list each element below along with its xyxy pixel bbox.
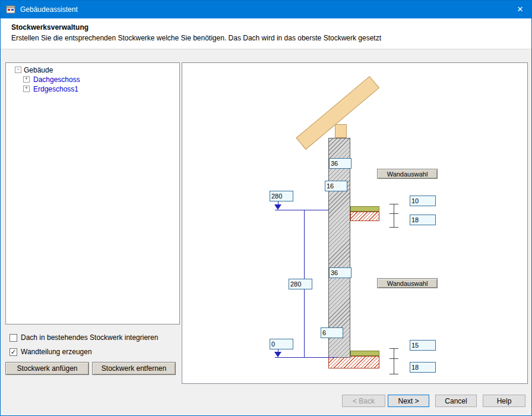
wizard-header: Stockwerksverwaltung Erstellen Sie die e… bbox=[1, 18, 531, 49]
wall-division-checkbox[interactable]: ✓ bbox=[10, 348, 17, 356]
remove-storey-button[interactable]: Stockwerk entfernen bbox=[92, 362, 176, 375]
upper-ceiling-layer1-input[interactable] bbox=[410, 196, 436, 206]
storey-tree-panel: Gebäude - Dachgeschoss + Erdgeschoss1 + bbox=[5, 62, 180, 324]
help-button[interactable]: Help bbox=[483, 395, 525, 407]
tree-collapse-icon[interactable]: - bbox=[15, 67, 21, 73]
lower-layer-tick bbox=[390, 348, 398, 349]
wall-division-label: Wandteilung erzeugen bbox=[21, 348, 92, 356]
tree-item-label: Erdgeschoss1 bbox=[33, 85, 78, 93]
app-icon bbox=[6, 5, 15, 14]
floor-slab-hatch bbox=[328, 356, 379, 368]
title-bar: Gebäudeassistent ✕ bbox=[1, 1, 531, 18]
integrate-roof-label: Dach in bestehendes Stockwerk integriere… bbox=[21, 333, 158, 342]
upper-slab-hatch bbox=[350, 212, 379, 221]
floor-layer2-input[interactable] bbox=[410, 362, 436, 373]
lower-dimension-line bbox=[275, 357, 337, 358]
tree-item-gebaeude[interactable]: Gebäude bbox=[24, 66, 53, 74]
mid-wall-thickness-input[interactable] bbox=[329, 267, 352, 278]
purlin-shape bbox=[335, 124, 347, 138]
tree-item-dachgeschoss[interactable]: Dachgeschoss bbox=[33, 75, 80, 84]
upper-ceiling-layer2-input[interactable] bbox=[410, 215, 436, 225]
back-button[interactable]: < Back bbox=[342, 395, 385, 407]
window-title: Gebäudeassistent bbox=[20, 5, 78, 14]
upper-slab-screed-layer bbox=[350, 206, 379, 212]
next-button[interactable]: Next > bbox=[388, 395, 429, 407]
upper-layer-tick bbox=[390, 204, 398, 204]
roof-wall-thickness-input[interactable] bbox=[329, 158, 352, 169]
tree-expand-icon[interactable]: + bbox=[23, 76, 30, 83]
upper-storey-height-input[interactable] bbox=[270, 191, 293, 201]
lower-layer-tick bbox=[390, 374, 398, 374]
add-storey-button[interactable]: Stockwerk anfügen bbox=[5, 362, 89, 375]
lower-storey-height-input[interactable] bbox=[289, 279, 312, 289]
close-button[interactable]: ✕ bbox=[509, 1, 531, 18]
tree-item-label: Dachgeschoss bbox=[33, 75, 80, 84]
lower-layer-indicator-line bbox=[394, 348, 394, 374]
base-level-input[interactable] bbox=[270, 339, 293, 349]
lower-layer-tick bbox=[390, 358, 398, 359]
section-drawing-panel: Wandauswahl Wandauswahl bbox=[182, 62, 528, 384]
upper-layer-indicator-line bbox=[394, 204, 394, 228]
wall-select-top-button[interactable]: Wandauswahl bbox=[377, 169, 438, 179]
page-title: Stockwerksverwaltung bbox=[11, 23, 531, 31]
upper-layer-tick bbox=[390, 213, 398, 214]
cancel-button[interactable]: Cancel bbox=[435, 395, 477, 407]
upper-level-marker-icon bbox=[274, 204, 281, 210]
page-subtitle: Erstellen Sie die entsprechenden Stockwe… bbox=[11, 34, 531, 42]
integrate-roof-checkbox[interactable] bbox=[10, 334, 17, 342]
base-offset-input[interactable] bbox=[321, 327, 343, 338]
lower-level-marker-icon bbox=[274, 352, 281, 357]
roof-offset-input[interactable] bbox=[325, 181, 347, 191]
floor-layer1-input[interactable] bbox=[410, 340, 436, 351]
tree-expand-icon[interactable]: + bbox=[23, 86, 30, 92]
gebaeudeassistent-dialog: Gebäudeassistent ✕ Stockwerksverwaltung … bbox=[0, 0, 532, 416]
tree-item-erdgeschoss1[interactable]: Erdgeschoss1 bbox=[33, 85, 78, 93]
wall-select-bottom-button[interactable]: Wandauswahl bbox=[377, 278, 438, 288]
floor-slab-screed-layer bbox=[350, 351, 379, 356]
wall-section-shape bbox=[328, 138, 350, 358]
upper-dimension-line bbox=[275, 210, 328, 210]
tree-root-label: Gebäude bbox=[24, 66, 53, 74]
upper-layer-tick bbox=[390, 227, 398, 228]
